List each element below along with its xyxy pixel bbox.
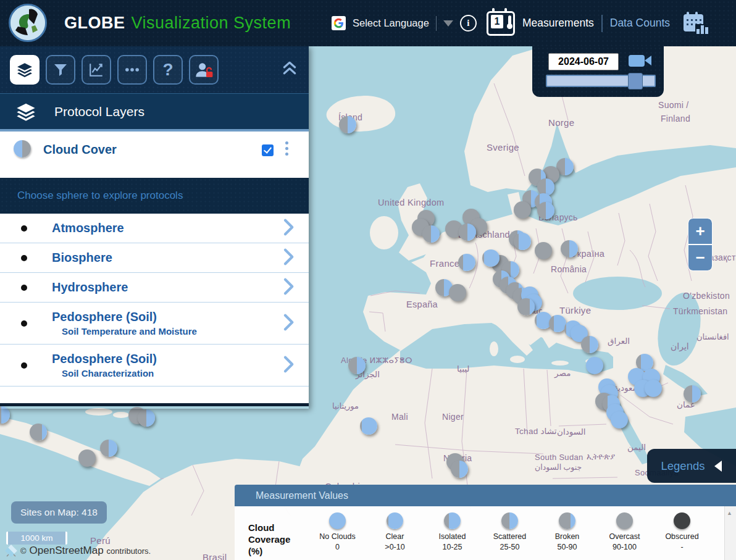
site-marker[interactable] (30, 424, 47, 441)
bullet-icon (21, 320, 27, 327)
legend-item-name: Overcast (609, 532, 640, 541)
site-marker[interactable] (581, 336, 598, 353)
date-slider-handle[interactable] (628, 73, 643, 90)
attribution-text: contributors. (107, 546, 151, 556)
divider (436, 16, 437, 31)
legend-item: Scattered 25-50 (481, 506, 538, 560)
sphere-list-item[interactable]: Pedosphere (Soil) Soil Characterization (0, 345, 309, 387)
sphere-sublabel: Soil Characterization (62, 368, 157, 378)
legend-item: Broken 50-90 (538, 506, 596, 560)
legend-item-name: Broken (555, 532, 580, 541)
google-logo-icon (332, 16, 346, 30)
site-marker[interactable] (78, 449, 96, 467)
user-lock-tool-button[interactable] (189, 55, 219, 85)
site-marker[interactable] (100, 440, 117, 457)
site-marker[interactable] (684, 385, 701, 403)
site-marker[interactable] (449, 284, 466, 301)
site-marker[interactable] (451, 461, 468, 478)
cloud-coverage-pie-icon (674, 512, 690, 529)
legend-item-range: 50-90 (558, 543, 577, 551)
site-marker[interactable] (348, 357, 366, 374)
site-marker[interactable] (611, 411, 628, 428)
site-marker[interactable] (138, 409, 155, 427)
sphere-list-item[interactable]: Biosphere (0, 243, 309, 273)
sidebar-toolbar: ? (0, 46, 309, 93)
chevron-right-icon[interactable] (282, 218, 295, 239)
site-marker[interactable] (482, 249, 500, 267)
sphere-list-item[interactable]: Hydrosphere (0, 273, 309, 303)
sphere-list-item[interactable]: Atmosphere (0, 214, 309, 243)
select-language-button[interactable]: Select Language (353, 17, 429, 29)
cloud-cover-icon (14, 140, 31, 157)
legend-scrollbar[interactable] (724, 506, 736, 560)
site-marker[interactable] (339, 116, 356, 133)
site-marker[interactable] (514, 233, 531, 250)
sphere-label: Atmosphere (52, 221, 124, 235)
sphere-label: Biosphere (52, 251, 112, 265)
site-marker[interactable] (459, 224, 476, 241)
data-counts-icon[interactable] (684, 12, 709, 35)
sphere-label: Hydrosphere (52, 280, 128, 295)
sphere-label: Pedosphere (Soil) (52, 310, 197, 324)
info-icon[interactable]: i (460, 15, 477, 31)
chevron-right-icon[interactable] (282, 355, 295, 376)
legend-item-name: Obscured (665, 532, 698, 541)
measurements-calendar-icon[interactable]: 1 (487, 11, 515, 36)
collapse-left-arrow-icon (714, 461, 722, 472)
legends-toggle-button[interactable]: Legends (647, 449, 736, 483)
filter-tool-button[interactable] (46, 55, 75, 85)
zoom-out-button[interactable]: − (688, 245, 712, 270)
date-input[interactable] (548, 53, 619, 70)
chart-tool-button[interactable] (82, 55, 111, 85)
sphere-list-item[interactable]: Pedosphere (Soil) Soil Temperature and M… (0, 303, 309, 345)
legend-item: Overcast 90-100 (596, 506, 653, 560)
cloud-coverage-pie-icon (501, 512, 518, 529)
copyright-symbol: © (20, 546, 27, 556)
layer-name: Cloud Cover (43, 143, 117, 157)
protocol-layers-header: Protocol Layers (0, 93, 309, 129)
site-marker[interactable] (458, 254, 475, 271)
legend-item: Obscured - (653, 506, 711, 560)
measurement-values-title: Measurement Values (256, 490, 348, 501)
legend-item-range: 0 (335, 543, 340, 551)
layers-tool-button[interactable] (10, 55, 40, 85)
help-tool-button[interactable]: ? (153, 55, 183, 85)
legend-item-name: Isolated (439, 532, 466, 541)
bullet-icon (21, 225, 27, 232)
site-marker[interactable] (422, 225, 440, 243)
site-marker[interactable] (537, 202, 554, 219)
chevron-right-icon[interactable] (282, 313, 295, 334)
legend-item-range: 10-25 (443, 543, 462, 551)
site-marker[interactable] (514, 201, 531, 219)
chevron-right-icon[interactable] (282, 248, 295, 269)
more-tool-button[interactable] (117, 55, 147, 85)
map-scale-bar: 1000 km (6, 532, 67, 545)
animate-camera-icon[interactable] (629, 55, 645, 67)
panel-title: Protocol Layers (54, 104, 144, 119)
legend-item: Isolated 10-25 (424, 506, 481, 560)
site-marker[interactable] (586, 357, 603, 374)
bullet-icon (21, 285, 27, 291)
layers-icon (16, 102, 36, 122)
layer-options-kebab-icon[interactable] (285, 141, 288, 156)
site-marker[interactable] (535, 242, 552, 259)
data-counts-tab[interactable]: Data Counts (610, 17, 670, 30)
cloud-coverage-pie-icon (387, 512, 403, 529)
cloud-cover-layer-row[interactable]: Cloud Cover (0, 132, 309, 178)
osm-link[interactable]: OpenStreetMap (30, 545, 104, 557)
layer-visibility-checkbox[interactable] (262, 144, 274, 156)
zoom-in-button[interactable]: + (688, 219, 712, 245)
site-marker[interactable] (0, 406, 10, 424)
site-marker[interactable] (561, 240, 578, 257)
language-dropdown-arrow-icon[interactable] (443, 20, 453, 27)
collapse-panel-button[interactable] (282, 61, 298, 77)
legend-item-range: - (680, 543, 683, 551)
site-marker[interactable] (549, 315, 566, 332)
app-title: GLOBEVisualization System (64, 14, 291, 33)
site-marker[interactable] (360, 417, 377, 435)
chevron-right-icon[interactable] (282, 277, 295, 298)
time-control-panel (532, 46, 664, 97)
site-marker[interactable] (645, 380, 662, 397)
measurements-tab[interactable]: Measurements (522, 17, 594, 30)
site-marker[interactable] (517, 298, 535, 316)
